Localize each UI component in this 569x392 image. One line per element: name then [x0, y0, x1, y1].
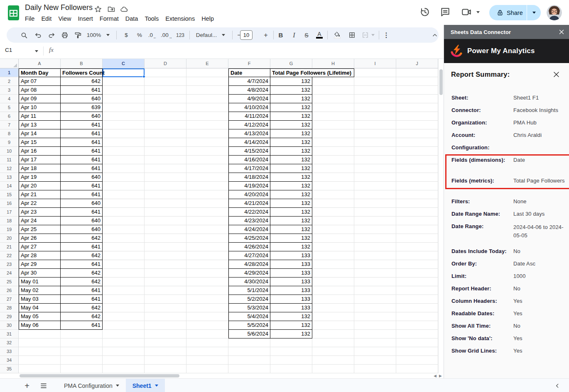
- cell[interactable]: [145, 260, 186, 269]
- cell[interactable]: 641: [61, 121, 103, 129]
- cell[interactable]: [186, 330, 228, 338]
- cell[interactable]: [396, 68, 438, 77]
- cell[interactable]: [145, 304, 186, 312]
- cell[interactable]: 132: [270, 103, 312, 112]
- cell[interactable]: [103, 295, 145, 304]
- cell[interactable]: 641: [61, 86, 103, 95]
- cell[interactable]: [103, 182, 145, 190]
- menu-help[interactable]: Help: [198, 14, 217, 25]
- row-header-33[interactable]: 33: [0, 347, 19, 356]
- cell[interactable]: [186, 86, 228, 95]
- cell[interactable]: [103, 217, 145, 225]
- row-header-28[interactable]: 28: [0, 304, 19, 312]
- cell[interactable]: Apr 14: [19, 129, 61, 138]
- cell[interactable]: Apr 20: [19, 182, 61, 190]
- cell[interactable]: [186, 347, 228, 356]
- cell[interactable]: [145, 173, 186, 182]
- cell[interactable]: [354, 173, 396, 182]
- cell[interactable]: [354, 156, 396, 164]
- cell[interactable]: [186, 312, 228, 321]
- cell[interactable]: 641: [61, 164, 103, 173]
- cell[interactable]: 642: [61, 251, 103, 260]
- document-title[interactable]: Daily New Followers: [25, 3, 93, 12]
- decrease-decimal-button[interactable]: .0←: [147, 27, 158, 43]
- column-header-A[interactable]: A: [19, 59, 61, 68]
- cell[interactable]: 133: [270, 278, 312, 286]
- cell[interactable]: [19, 356, 61, 365]
- cell[interactable]: [270, 338, 312, 347]
- cell[interactable]: [186, 321, 228, 330]
- cell[interactable]: [145, 77, 186, 86]
- cell[interactable]: [103, 95, 145, 103]
- row-header-20[interactable]: 20: [0, 234, 19, 243]
- cell[interactable]: Apr 08: [19, 86, 61, 95]
- cell[interactable]: [354, 112, 396, 121]
- cell[interactable]: 132: [270, 173, 312, 182]
- name-box[interactable]: C1: [5, 47, 12, 53]
- cell[interactable]: [103, 208, 145, 217]
- cell[interactable]: 4/26/2024: [228, 243, 270, 251]
- cell[interactable]: [312, 95, 354, 103]
- cell[interactable]: [103, 173, 145, 182]
- cell[interactable]: 5/5/2024: [228, 321, 270, 330]
- cell[interactable]: [103, 321, 145, 330]
- version-history-icon[interactable]: [419, 7, 430, 17]
- cell[interactable]: [396, 103, 438, 112]
- cell[interactable]: [354, 356, 396, 365]
- cell[interactable]: [145, 95, 186, 103]
- cell[interactable]: [186, 182, 228, 190]
- cell[interactable]: [145, 86, 186, 95]
- cell[interactable]: [312, 243, 354, 251]
- cell[interactable]: [103, 164, 145, 173]
- cell[interactable]: [103, 312, 145, 321]
- cell[interactable]: [354, 234, 396, 243]
- horizontal-scrollbar-thumb[interactable]: [20, 374, 179, 377]
- increase-decimal-button[interactable]: .00→: [160, 27, 173, 43]
- cell[interactable]: Apr 26: [19, 234, 61, 243]
- cell[interactable]: [396, 260, 438, 269]
- cell[interactable]: 4/20/2024: [228, 190, 270, 199]
- row-header-15[interactable]: 15: [0, 190, 19, 199]
- row-header-8[interactable]: 8: [0, 129, 19, 138]
- cell[interactable]: [354, 278, 396, 286]
- row-header-31[interactable]: 31: [0, 330, 19, 338]
- cell[interactable]: [312, 121, 354, 129]
- cell[interactable]: [312, 164, 354, 173]
- cell[interactable]: [186, 356, 228, 365]
- cell[interactable]: 132: [270, 234, 312, 243]
- tab-caret[interactable]: [116, 385, 119, 387]
- cell[interactable]: Apr 29: [19, 260, 61, 269]
- cell[interactable]: [103, 251, 145, 260]
- cell[interactable]: [396, 190, 438, 199]
- cell[interactable]: [145, 147, 186, 156]
- cell[interactable]: [145, 234, 186, 243]
- cell[interactable]: [19, 365, 61, 373]
- share-button[interactable]: Share: [489, 10, 527, 16]
- vertical-scrollbar-thumb[interactable]: [439, 69, 443, 95]
- cell[interactable]: [354, 321, 396, 330]
- cell[interactable]: Apr 27: [19, 243, 61, 251]
- fill-color-icon[interactable]: [331, 27, 343, 43]
- row-header-34[interactable]: 34: [0, 356, 19, 365]
- paint-format-icon[interactable]: [73, 27, 83, 43]
- tab-sheet1[interactable]: Sheet1: [126, 379, 165, 392]
- cell[interactable]: [186, 304, 228, 312]
- tab-pma-configuration[interactable]: PMA Configuration: [57, 379, 126, 392]
- borders-icon[interactable]: [346, 27, 357, 43]
- cell[interactable]: [145, 217, 186, 225]
- cell[interactable]: [103, 338, 145, 347]
- cell[interactable]: 641: [61, 138, 103, 147]
- cloud-saved-icon[interactable]: [120, 5, 128, 13]
- row-header-16[interactable]: 16: [0, 199, 19, 208]
- cell[interactable]: [103, 103, 145, 112]
- cell[interactable]: [396, 208, 438, 217]
- cell[interactable]: Apr 13: [19, 121, 61, 129]
- cell[interactable]: [103, 129, 145, 138]
- cell[interactable]: [396, 156, 438, 164]
- cell[interactable]: [312, 356, 354, 365]
- cell[interactable]: [312, 208, 354, 217]
- cell[interactable]: [186, 295, 228, 304]
- cell[interactable]: [354, 86, 396, 95]
- row-header-22[interactable]: 22: [0, 251, 19, 260]
- cell[interactable]: 132: [270, 225, 312, 234]
